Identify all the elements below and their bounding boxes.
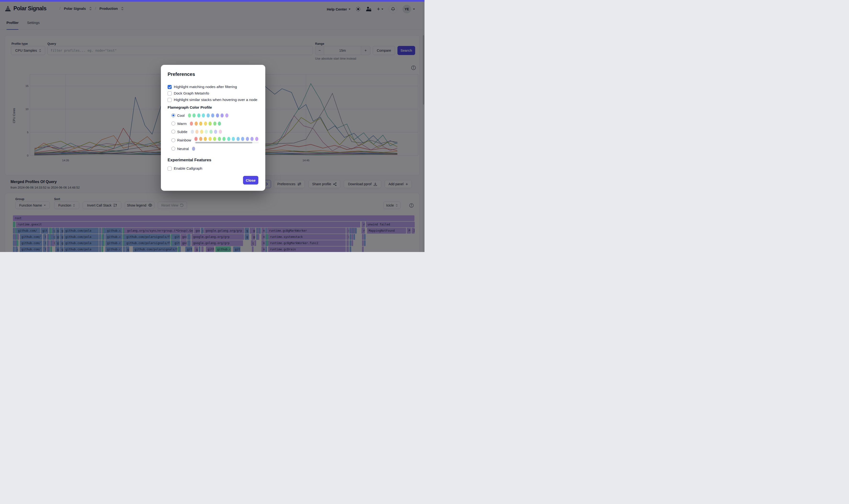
palette-dot bbox=[192, 147, 195, 151]
palette-dot bbox=[199, 137, 202, 141]
close-button[interactable]: Close bbox=[243, 176, 258, 184]
modal-title: Preferences bbox=[167, 72, 259, 77]
checkbox-label: Dock Graph MetaInfo bbox=[174, 91, 209, 95]
checkbox-1[interactable] bbox=[167, 91, 172, 95]
palette-dots bbox=[192, 147, 195, 151]
palette-dots bbox=[188, 113, 228, 118]
color-profile-option-cool[interactable]: Cool bbox=[172, 112, 259, 118]
radio-label: Neutral bbox=[177, 147, 189, 151]
enable-callgraph-row[interactable]: Enable Callgraph bbox=[167, 166, 259, 170]
palette-dot bbox=[194, 137, 197, 141]
palette-dot bbox=[210, 130, 213, 134]
palette-scrollbar[interactable] bbox=[194, 142, 259, 143]
enable-callgraph-label: Enable Callgraph bbox=[174, 166, 202, 170]
radio-subtle[interactable] bbox=[172, 130, 175, 133]
palette-dots bbox=[194, 137, 259, 141]
palette-dot bbox=[232, 137, 235, 141]
color-profile-option-subtle[interactable]: Subtle bbox=[172, 129, 259, 134]
color-profile-option-rainbow[interactable]: Rainbow bbox=[172, 137, 259, 143]
palette-dot bbox=[204, 122, 207, 126]
palette-dot bbox=[218, 137, 221, 141]
palette-dot bbox=[219, 130, 222, 134]
palette-dot bbox=[250, 137, 253, 141]
checkbox-label: Highlight matching nodes after filtering bbox=[174, 85, 237, 89]
palette-dot bbox=[216, 113, 219, 118]
palette-dot bbox=[197, 113, 200, 118]
palette-dot bbox=[195, 122, 198, 126]
palette-dot bbox=[195, 130, 198, 134]
radio-label: Rainbow bbox=[177, 138, 191, 142]
radio-cool[interactable] bbox=[172, 113, 175, 117]
palette-dots bbox=[191, 130, 222, 134]
palette-dot bbox=[225, 113, 228, 118]
checkbox-2[interactable] bbox=[167, 98, 172, 102]
top-accent-bar bbox=[0, 0, 425, 2]
radio-rainbow[interactable] bbox=[172, 138, 175, 142]
color-profile-label: Flamegraph Color Profile bbox=[167, 105, 259, 110]
palette-dot bbox=[202, 113, 205, 118]
palette-dot bbox=[204, 137, 207, 141]
palette-dot bbox=[209, 122, 212, 126]
palette-dot bbox=[199, 122, 202, 126]
checkbox-0[interactable] bbox=[167, 85, 172, 89]
radio-label: Subtle bbox=[177, 130, 188, 134]
radio-label: Warm bbox=[177, 122, 187, 126]
palette-dot bbox=[213, 137, 216, 141]
modal-checkbox-group: Highlight matching nodes after filtering… bbox=[167, 85, 259, 102]
palette-dot bbox=[193, 113, 196, 118]
palette-dot bbox=[200, 130, 203, 134]
modal-checkbox-row[interactable]: Highlight similar stacks when hovering o… bbox=[167, 97, 259, 102]
palette-dots bbox=[190, 122, 221, 126]
modal-checkbox-row[interactable]: Dock Graph MetaInfo bbox=[167, 91, 259, 95]
palette-dot bbox=[227, 137, 230, 141]
palette-dot bbox=[191, 130, 194, 134]
radio-label: Cool bbox=[177, 113, 184, 118]
palette-dot bbox=[207, 113, 210, 118]
color-profile-option-neutral[interactable]: Neutral bbox=[172, 146, 259, 151]
app-window: Polar Signals / Polar Signals / Producti… bbox=[0, 0, 425, 252]
modal-checkbox-row[interactable]: Highlight matching nodes after filtering bbox=[167, 85, 259, 89]
radio-neutral[interactable] bbox=[172, 147, 175, 150]
palette-dot bbox=[220, 113, 224, 118]
enable-callgraph-checkbox[interactable] bbox=[167, 166, 172, 170]
radio-warm[interactable] bbox=[172, 122, 175, 125]
palette-dot bbox=[241, 137, 244, 141]
palette-dot bbox=[211, 113, 214, 118]
palette-dot bbox=[246, 137, 249, 141]
palette-dot bbox=[236, 137, 240, 141]
palette-dot bbox=[255, 137, 258, 141]
palette-dot bbox=[190, 122, 193, 126]
palette-dot bbox=[218, 122, 221, 126]
palette-scrollbar-thumb[interactable] bbox=[195, 142, 252, 143]
palette-dot bbox=[223, 137, 226, 141]
color-profile-option-warm[interactable]: Warm bbox=[172, 121, 259, 126]
experimental-features-title: Experimental Features bbox=[167, 158, 259, 162]
checkbox-label: Highlight similar stacks when hovering o… bbox=[174, 97, 258, 102]
palette-dot bbox=[213, 122, 216, 126]
palette-dot bbox=[209, 137, 212, 141]
color-profile-options: CoolWarmSubtleRainbowNeutral bbox=[167, 112, 259, 151]
preferences-modal: Preferences Highlight matching nodes aft… bbox=[161, 65, 265, 191]
palette-dot bbox=[214, 130, 217, 134]
palette-dot bbox=[188, 113, 191, 118]
palette-dot bbox=[205, 130, 208, 134]
